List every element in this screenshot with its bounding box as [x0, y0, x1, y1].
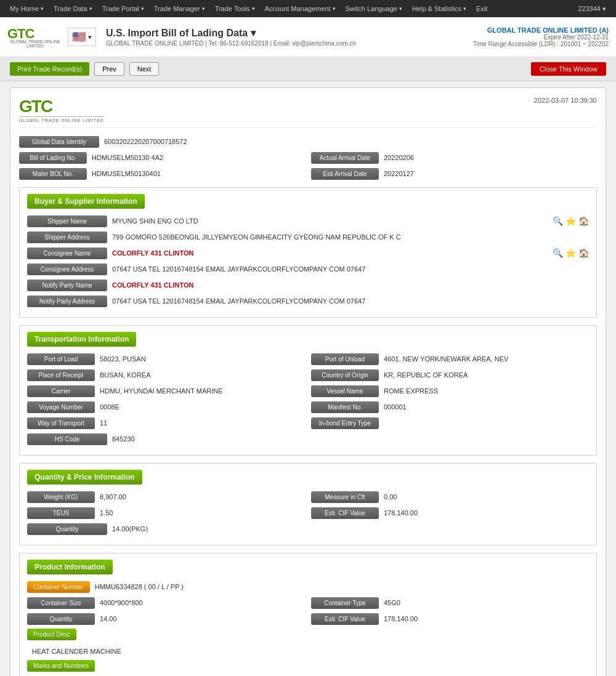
product-qty-row: Quantity 14.00 Esti. CIF Value 178,140.0…: [27, 613, 589, 625]
product-info-header: Product Information: [27, 560, 113, 574]
weight-label: Weight (KG): [27, 491, 95, 503]
consignee-address-row: Consignee Address 07647 USA TEL 12016748…: [27, 263, 589, 275]
flag-icon: 🇺🇸: [72, 30, 86, 44]
mater-bol-row: Mater BOL No. HDMUSELM50130401 Esti Arri…: [19, 167, 597, 180]
container-number-button[interactable]: Container Number: [27, 581, 90, 593]
nav-trade-manager[interactable]: Trade Manager ▾: [149, 0, 210, 17]
product-qty-value: 14.00: [95, 613, 305, 625]
chevron-down-icon: ▾: [333, 6, 336, 12]
chevron-down-icon: ▾: [89, 6, 92, 12]
place-receipt-col: Place of Receipt BUSAN, KOREA: [27, 369, 305, 381]
nav-my-home[interactable]: My Home ▾: [5, 0, 49, 17]
marks-button[interactable]: Marks and Numbers: [27, 660, 95, 672]
manifest-label: Manifest No.: [311, 401, 379, 413]
weight-col: Weight (KG) 8,907.00: [27, 491, 305, 503]
voyage-value: 0008E: [95, 401, 305, 413]
notify-party-name-value: COLORFLY 431 CLINTON: [107, 279, 589, 291]
shipper-name-label: Shipper Name: [27, 215, 107, 227]
buyer-supplier-header: Buyer & Supplier Information: [27, 194, 145, 209]
nav-trade-tools[interactable]: Trade Tools ▾: [210, 0, 260, 17]
in-bond-col: In-bond Entry Type: [311, 417, 589, 429]
nav-trade-data[interactable]: Trade Data ▾: [49, 0, 97, 17]
bol-col: Bill of Lading No. HDMUSELM50130 4A2: [19, 151, 305, 164]
star-icon[interactable]: ⭐: [565, 216, 576, 226]
carrier-col: Carrier HDMU, HYUNDAI MERCHANT MARINE: [27, 385, 305, 397]
transportation-section: Transportation Information Port of Load …: [19, 325, 597, 456]
mater-bol-label: Mater BOL No.: [19, 168, 87, 180]
main-content: GTC GLOBAL TRADE ONLINE LIMITED 2022-03-…: [10, 87, 606, 676]
nav-account-management[interactable]: Account Management ▾: [260, 0, 341, 17]
consignee-address-value: 07647 USA TEL 12016748154 EMAIL JAYPARKC…: [107, 263, 589, 275]
product-cif-label: Esti. CIF Value: [311, 613, 379, 625]
product-desc-value: HEAT CALENDER MACHINE: [27, 645, 589, 658]
nav-help-statistics[interactable]: Help & Statistics ▾: [407, 0, 471, 17]
nav-trade-portal[interactable]: Trade Portal ▾: [97, 0, 149, 17]
prev-button[interactable]: Prev: [94, 62, 124, 76]
consignee-name-label: Consignee Name: [27, 247, 107, 259]
port-unload-col: Port of Unload 4601, NEW YORK/NEWARK ARE…: [311, 353, 589, 365]
close-window-button[interactable]: Close This Window: [531, 62, 606, 76]
esti-cif-value: 178,140.00: [379, 507, 589, 519]
product-qty-label: Quantity: [27, 613, 95, 625]
global-data-identity-label: Global Data Identity: [19, 136, 99, 148]
account-info: GLOBAL TRADE ONLINE LIMITED (A) Expire A…: [473, 26, 609, 47]
container-type-col: Container Type 45G0: [311, 597, 589, 609]
esti-arrival-value: 20220127: [379, 167, 597, 180]
voyage-row: Voyage Number 0008E Manifest No. 000001: [27, 401, 589, 413]
top-toolbar: Print Trade Record(s) Prev Next Close Th…: [0, 57, 616, 81]
shipper-name-value: MYUNG SHIN ENG CO LTD: [107, 215, 553, 227]
chevron-down-icon: ▾: [202, 6, 205, 12]
teus-label: TEUS: [27, 507, 95, 519]
actual-arrival-col: Actual Arrival Date 20220206: [311, 151, 597, 164]
hs-code-row: HS Code 845230: [27, 433, 589, 445]
quantity-value: 14.00(PKG): [107, 523, 589, 535]
container-size-row: Container Size 4000*900*800 Container Ty…: [27, 597, 589, 609]
port-unload-label: Port of Unload: [311, 353, 379, 365]
quantity-row: Quantity 14.00(PKG): [27, 523, 589, 535]
nav-exit[interactable]: Exit: [471, 0, 492, 17]
company-name: GLOBAL TRADE ONLINE LIMITED (A): [473, 26, 609, 34]
carrier-label: Carrier: [27, 385, 95, 397]
home-icon[interactable]: 🏠: [578, 216, 589, 226]
country-origin-label: Country of Origin: [311, 369, 379, 381]
quantity-label: Quantity: [27, 523, 107, 535]
measure-value: 0.00: [379, 491, 589, 503]
page-title: U.S. Import Bill of Lading Data ▾: [106, 27, 356, 39]
next-button[interactable]: Next: [129, 62, 160, 76]
chevron-down-icon: ▾: [88, 33, 92, 41]
weight-value: 8,907.00: [95, 491, 305, 503]
shipper-icons: 🔍 ⭐ 🏠: [553, 216, 589, 226]
search-icon[interactable]: 🔍: [553, 216, 563, 226]
language-flag-button[interactable]: 🇺🇸 ▾: [68, 28, 96, 46]
manifest-col: Manifest No. 000001: [311, 401, 589, 413]
place-receipt-value: BUSAN, KOREA: [95, 369, 305, 381]
teus-col: TEUS 1.50: [27, 507, 305, 519]
page-header: GTC GLOBAL TRADE ONLINE LIMITED 🇺🇸 ▾ U.S…: [0, 17, 616, 57]
voyage-col: Voyage Number 0008E: [27, 401, 305, 413]
nav-switch-language[interactable]: Switch Language ▾: [341, 0, 407, 17]
way-transport-value: 11: [95, 417, 305, 429]
hs-code-value: 845230: [107, 433, 589, 445]
consignee-address-label: Consignee Address: [27, 264, 107, 275]
chevron-down-icon: ▾: [463, 6, 466, 12]
notify-party-address-row: Notify Party Address 07647 USA TEL 12016…: [27, 295, 589, 307]
shipper-address-label: Shipper Address: [27, 231, 107, 243]
buyer-supplier-section: Buyer & Supplier Information Shipper Nam…: [19, 187, 597, 318]
consignee-name-row: Consignee Name COLORFLY 431 CLINTON 🔍 ⭐ …: [27, 247, 589, 259]
esti-arrival-label: Esti Arrival Date: [311, 168, 379, 180]
product-cif-col: Esti. CIF Value 178,140.00: [311, 613, 589, 625]
print-button[interactable]: Print Trade Record(s): [10, 62, 89, 76]
home-icon[interactable]: 🏠: [578, 248, 589, 258]
measure-col: Measure in Cft 0.00: [311, 491, 589, 503]
country-origin-col: Country of Origin KR, REPUBLIC OF KOREA: [311, 369, 589, 381]
container-type-label: Container Type: [311, 597, 379, 609]
star-icon[interactable]: ⭐: [565, 248, 576, 258]
shipper-name-row: Shipper Name MYUNG SHIN ENG CO LTD 🔍 ⭐ 🏠: [27, 215, 589, 227]
teus-value: 1.50: [95, 507, 305, 519]
logo-sub: GLOBAL TRADE ONLINE LIMITED: [7, 39, 63, 48]
top-navigation: My Home ▾ Trade Data ▾ Trade Portal ▾ Tr…: [0, 0, 616, 17]
search-icon[interactable]: 🔍: [553, 248, 563, 258]
esti-cif-label: Esti. CIF Value: [311, 507, 379, 519]
product-desc-button[interactable]: Product Desc: [27, 629, 76, 640]
manifest-value: 000001: [379, 401, 589, 413]
